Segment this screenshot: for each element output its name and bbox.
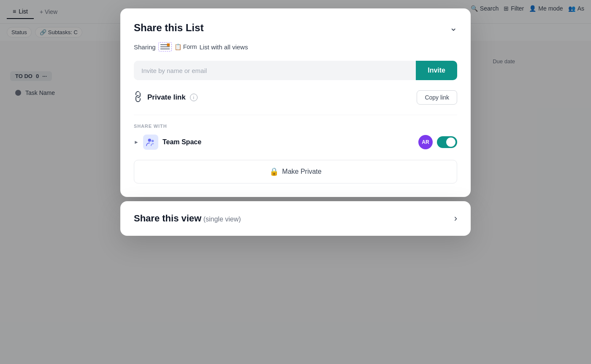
toggle-switch[interactable] — [437, 136, 457, 148]
sharing-scope: List with all views — [199, 43, 248, 51]
section-divider — [134, 115, 457, 115]
invite-button[interactable]: Invite — [416, 61, 457, 80]
make-private-label: Make Private — [282, 168, 321, 175]
private-link-left: Private link i — [134, 92, 198, 103]
svg-rect-3 — [167, 43, 170, 46]
team-space-icon — [143, 135, 158, 150]
share-with-section: SHARE WITH ► Team Space — [134, 124, 457, 150]
svg-point-5 — [152, 140, 154, 143]
team-space-row: ► Team Space AR — [134, 135, 457, 150]
modal-header: Share this List ⌄ — [134, 22, 457, 34]
svg-point-4 — [148, 139, 151, 142]
share-view-subtitle: (single view) — [203, 216, 241, 223]
form-emoji-icon: 📋 — [174, 43, 182, 50]
share-list-modal: Share this List ⌄ Sharing 📋 Form — [120, 8, 471, 197]
modal-stack: Share this List ⌄ Sharing 📋 Form — [120, 8, 471, 236]
make-private-button[interactable]: 🔒 Make Private — [134, 160, 457, 183]
toggle-knob — [446, 138, 455, 147]
share-with-left: ► Team Space — [134, 135, 201, 150]
expand-arrow-icon[interactable]: ► — [134, 139, 139, 145]
private-link-row: Private link i Copy link — [134, 90, 457, 105]
modal-overlay: Share this List ⌄ Sharing 📋 Form — [0, 0, 591, 364]
share-view-title: Share this view — [134, 213, 201, 224]
avatar-initials: AR — [422, 139, 429, 145]
form-label: Form — [183, 43, 197, 50]
lock-icon: 🔒 — [269, 167, 279, 176]
link-icon — [131, 90, 146, 105]
share-view-title-group: Share this view (single view) — [134, 213, 241, 224]
invite-input[interactable] — [134, 61, 416, 80]
private-link-text: Private link — [147, 93, 186, 102]
sharing-label-row: Sharing 📋 Form List with all views — [134, 42, 457, 51]
chevron-right-icon[interactable]: › — [454, 213, 457, 224]
modal-title: Share this List — [134, 22, 203, 34]
sharing-form-chip[interactable]: 📋 Form — [174, 43, 197, 50]
copy-link-button[interactable]: Copy link — [417, 90, 457, 105]
info-icon[interactable]: i — [190, 94, 198, 101]
sharing-text: Sharing — [134, 43, 156, 51]
share-with-right: AR — [418, 135, 457, 149]
team-space-name: Team Space — [163, 138, 201, 146]
share-with-label: SHARE WITH — [134, 124, 457, 129]
avatar: AR — [418, 135, 433, 149]
sharing-list-icon[interactable] — [158, 42, 172, 51]
chevron-down-icon[interactable]: ⌄ — [450, 22, 457, 33]
invite-row: Invite — [134, 61, 457, 80]
share-view-modal[interactable]: Share this view (single view) › — [120, 201, 471, 236]
